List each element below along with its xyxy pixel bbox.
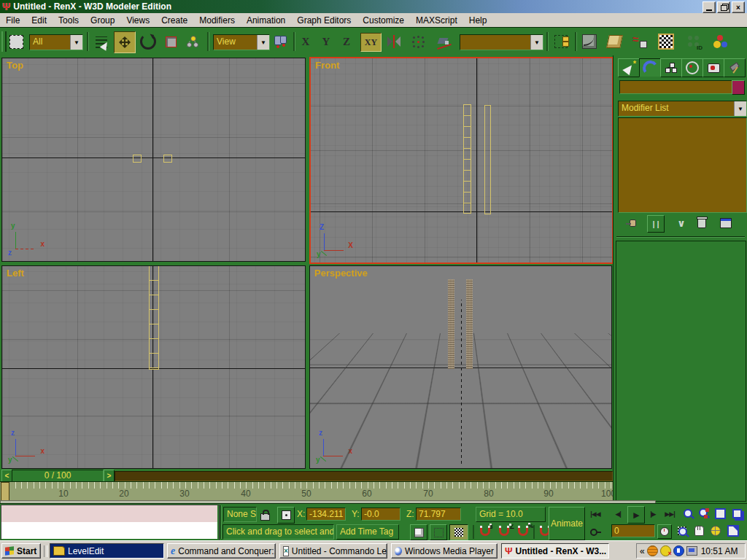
time-slider-display[interactable]: 0 / 100	[12, 470, 104, 482]
select-by-name-button[interactable]	[92, 33, 111, 52]
min-max-toggle-button[interactable]	[726, 524, 740, 538]
viewport-perspective[interactable]: Perspective z x y	[309, 265, 612, 469]
arc-rotate-button[interactable]	[709, 524, 722, 538]
tray-chevron-button[interactable]: «	[640, 546, 645, 556]
select-and-move-button[interactable]	[114, 31, 136, 53]
tab-motion[interactable]	[681, 58, 703, 77]
tab-modify[interactable]	[639, 58, 661, 77]
panel-object-wireframe[interactable]	[484, 105, 491, 214]
selection-lock-toggle[interactable]	[260, 509, 270, 521]
task-commando-editor[interactable]: × Untitled - Commando Le...	[279, 543, 387, 559]
track-bar[interactable]: 10 20 30 40 50 60 70 80 90 100	[0, 481, 613, 501]
frame-slider-handle[interactable]	[1, 482, 9, 501]
restrict-z-button[interactable]: Z	[338, 33, 355, 50]
snap-toggle-button[interactable]: 3	[477, 524, 493, 539]
next-frame-button[interactable]: |▶	[646, 507, 659, 521]
play-button[interactable]: ▶	[627, 506, 645, 524]
menu-edit[interactable]: Edit	[26, 14, 53, 27]
panel-object-shaded[interactable]	[466, 279, 473, 369]
next-frame-button[interactable]: >	[104, 470, 115, 482]
start-button[interactable]: Start	[1, 543, 41, 559]
x-coord-field[interactable]: -134.211	[306, 508, 346, 521]
tab-hierarchy[interactable]	[660, 58, 682, 77]
align-button[interactable]	[435, 32, 454, 51]
minimize-button[interactable]	[703, 1, 716, 13]
viewport-front[interactable]: Front Z X y	[309, 57, 614, 264]
viewport-left-label[interactable]: Left	[7, 268, 24, 279]
named-selection-sets-dropdown[interactable]: ▼	[460, 34, 543, 50]
ladder-object-wireframe[interactable]	[463, 104, 471, 214]
selection-filter-dropdown[interactable]: All ▼	[29, 34, 83, 50]
restrict-x-button[interactable]: X	[298, 33, 314, 50]
time-slider-track[interactable]	[115, 471, 613, 481]
array-button[interactable]	[409, 32, 427, 51]
menu-modifiers[interactable]: Modifiers	[193, 14, 241, 27]
current-frame-field[interactable]: 0	[611, 524, 655, 537]
modifier-stack-list[interactable]	[618, 117, 747, 213]
menu-file[interactable]: File	[0, 14, 26, 27]
dropdown-arrow-icon[interactable]: ▼	[734, 101, 746, 116]
prev-frame-button[interactable]: <	[1, 470, 12, 482]
task-renx[interactable]: Ψ Untitled - RenX - W3...	[501, 543, 609, 559]
close-button[interactable]: ×	[732, 1, 745, 13]
remove-modifier-button[interactable]	[694, 215, 710, 231]
task-leveledit[interactable]: LevelEdit	[50, 543, 164, 559]
animate-button[interactable]: Animate	[549, 507, 585, 540]
y-coord-field[interactable]: -0.0	[361, 508, 400, 521]
menu-help[interactable]: Help	[463, 14, 493, 27]
go-to-start-button[interactable]: |◀◀	[588, 507, 603, 521]
schematic-view-button[interactable]	[604, 31, 624, 52]
material-editor-button[interactable]: ≈	[629, 31, 651, 52]
viewport-front-label[interactable]: Front	[315, 60, 339, 71]
tray-globe-icon[interactable]	[647, 545, 658, 556]
zoom-extents-button[interactable]	[713, 506, 727, 521]
absolute-offset-toggle[interactable]	[277, 507, 295, 524]
mirror-button[interactable]	[385, 33, 403, 50]
zoom-button[interactable]	[681, 506, 694, 521]
object-name-field[interactable]	[619, 80, 733, 94]
menu-tools[interactable]: Tools	[53, 14, 85, 27]
pan-button[interactable]	[692, 524, 705, 538]
menu-animation[interactable]: Animation	[241, 14, 291, 27]
make-unique-button[interactable]: ∨	[673, 215, 689, 231]
use-center-flyout-button[interactable]	[271, 31, 290, 52]
tray-alert-icon[interactable]: ×	[660, 545, 671, 556]
render-type-button[interactable]: ID	[683, 31, 705, 52]
menu-graph-editors[interactable]: Graph Editors	[291, 14, 357, 27]
tab-utilities[interactable]	[724, 58, 746, 77]
tab-display[interactable]	[703, 58, 724, 77]
configure-modifier-sets-button[interactable]	[717, 215, 735, 231]
viewport-left[interactable]: Left z x y	[1, 265, 306, 469]
shaded-view-button[interactable]	[410, 524, 427, 540]
selected-object-top-2[interactable]	[163, 155, 172, 163]
texture-view-button[interactable]	[449, 524, 468, 540]
tray-scheduler-icon[interactable]	[673, 545, 684, 556]
viewport-top[interactable]: Top y x z	[1, 58, 306, 262]
time-configuration-button[interactable]	[657, 524, 672, 539]
previous-frame-button[interactable]: ◀|	[611, 507, 624, 521]
rollout-area[interactable]	[616, 241, 746, 502]
menu-customize[interactable]: Customize	[357, 14, 410, 27]
z-coord-field[interactable]: 71.797	[416, 508, 461, 521]
percent-snap-button[interactable]: %	[515, 524, 531, 539]
window-titlebar[interactable]: Ψ Untitled - RenX - W3D Modeler Edition …	[0, 0, 747, 13]
angle-snap-button[interactable]: ∠	[496, 524, 512, 539]
pin-stack-button[interactable]	[622, 215, 640, 231]
degradation-view-button[interactable]	[430, 524, 447, 540]
dropdown-arrow-icon[interactable]: ▼	[257, 35, 269, 50]
add-time-tag[interactable]: Add Time Tag	[336, 524, 399, 540]
tab-create[interactable]: *	[618, 58, 640, 77]
show-end-result-button[interactable]: | |	[647, 215, 665, 233]
object-color-swatch[interactable]	[732, 80, 745, 95]
task-command-and-conquer[interactable]: e Command and Conquer:...	[167, 543, 276, 559]
restore-button[interactable]	[717, 1, 730, 13]
curve-editor-button[interactable]	[579, 31, 600, 52]
tray-network-icon[interactable]	[686, 546, 697, 556]
dropdown-arrow-icon[interactable]: ▼	[70, 35, 82, 50]
zoom-extents-all-button[interactable]	[729, 506, 744, 521]
menu-group[interactable]: Group	[85, 14, 120, 27]
ladder-object-shaded[interactable]	[448, 279, 454, 369]
taskbar-divider[interactable]	[44, 545, 47, 557]
restrict-y-button[interactable]: Y	[318, 33, 334, 50]
listener-macro-field[interactable]	[1, 505, 217, 522]
